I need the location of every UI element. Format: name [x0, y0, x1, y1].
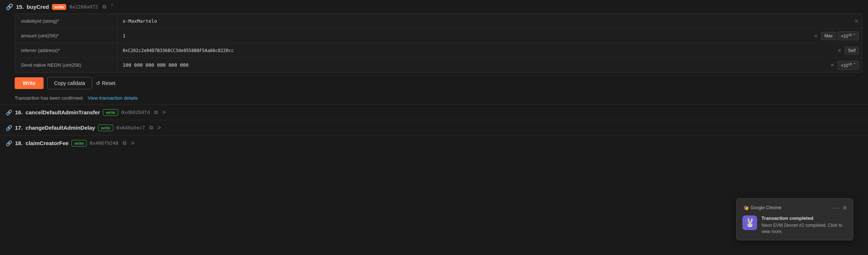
copy-address-15-btn[interactable]: ⧉ — [101, 3, 108, 11]
clear-send-neon-btn[interactable]: ✕ — [827, 61, 838, 70]
chevron-amount-icon: ˅ — [853, 33, 856, 38]
link-icon-17: 🔗 — [6, 125, 12, 131]
badge-write-16: write — [103, 109, 118, 116]
write-button-15[interactable]: Write — [15, 77, 44, 89]
multiplier-neon-dropdown[interactable]: ×1018 ˅ — [838, 61, 859, 70]
section-18-name: claimCreatorFee — [26, 140, 69, 146]
input-wrap-referrer: ✕ Self — [118, 44, 862, 58]
chevron-16-icon: > — [162, 109, 165, 116]
clear-amount-btn[interactable]: ✕ — [811, 32, 821, 40]
input-send-neon[interactable] — [118, 58, 827, 72]
clear-visibility-id-btn[interactable]: ✕ — [852, 17, 862, 26]
form-row-send-neon: Send native NEON (uint256) ✕ ×1018 ˅ — [15, 58, 862, 72]
label-visibility-id: visibilityId (string)* — [15, 14, 118, 28]
section-18-number: 18. — [15, 140, 23, 146]
reset-label: Reset — [102, 80, 116, 86]
multiplier-neon-label: ×1018 — [841, 62, 852, 68]
address-18: 0x406f9248 — [90, 140, 118, 146]
section-15-number: 15. — [16, 4, 24, 10]
section-17-name: changeDefaultAdminDelay — [26, 125, 95, 131]
clear-referrer-btn[interactable]: ✕ — [834, 46, 845, 55]
link-icon-18: 🔗 — [6, 140, 12, 146]
multiplier-amount-label: ×1018 — [841, 33, 852, 39]
badge-write-18: write — [71, 140, 87, 147]
chevron-neon-icon: ˅ — [853, 63, 856, 68]
confirmation-row-15: Transaction has been confirmed. View tra… — [0, 94, 868, 104]
section-17-header[interactable]: 🔗 17. changeDefaultAdminDelay write 0x64… — [0, 120, 868, 135]
section-16-name: cancelDefaultAdminTransfer — [26, 109, 100, 115]
link-icon-15: 🔗 — [6, 3, 13, 10]
section-17-number: 17. — [15, 125, 23, 131]
badge-write-17: write — [98, 125, 113, 131]
input-visibility-id[interactable] — [118, 14, 852, 28]
address-15: 0x2268a972 — [69, 4, 98, 10]
input-wrap-amount: ✕ Max ×1018 ˅ — [118, 29, 862, 43]
copy-calldata-button-15[interactable]: Copy calldata — [47, 77, 92, 89]
reset-button-15[interactable]: ↺ Reset — [96, 80, 116, 86]
copy-address-18-btn[interactable]: ⧉ — [121, 139, 128, 147]
max-amount-btn[interactable]: Max — [821, 32, 836, 40]
label-amount: amount (uint256)* — [15, 29, 118, 43]
chevron-15-icon: ˅ — [111, 3, 113, 10]
self-referrer-btn[interactable]: Self — [845, 47, 859, 55]
form-row-referrer: referrer (address)* ✕ Self — [15, 43, 862, 58]
chevron-17-icon: > — [157, 125, 161, 131]
form-row-visibility-id: visibilityId (string)* ✕ — [15, 14, 862, 29]
section-16-number: 16. — [15, 109, 23, 115]
label-send-neon: Send native NEON (uint256) — [15, 58, 118, 72]
address-17: 0x649a5ec7 — [116, 125, 145, 130]
badge-write-15: write — [52, 4, 67, 10]
label-referrer: referrer (address)* — [15, 43, 118, 58]
section-18-header[interactable]: 🔗 18. claimCreatorFee write 0x406f9248 ⧉… — [0, 135, 868, 151]
input-referrer[interactable] — [118, 44, 834, 58]
input-wrap-send-neon: ✕ ×1018 ˅ — [118, 58, 862, 72]
multiplier-neon-exp: 18 — [848, 62, 852, 66]
copy-address-16-btn[interactable]: ⧉ — [153, 108, 159, 116]
actions-row-15: Write Copy calldata ↺ Reset — [0, 73, 868, 94]
section-15-form: visibilityId (string)* ✕ amount (uint256… — [15, 14, 862, 73]
chevron-18-icon: > — [131, 140, 134, 147]
section-15-name: buyCred — [27, 4, 49, 10]
copy-address-17-btn[interactable]: ⧉ — [148, 124, 154, 132]
reset-icon: ↺ — [96, 80, 100, 86]
view-transaction-link[interactable]: View transaction details — [88, 95, 138, 101]
input-wrap-visibility-id: ✕ — [118, 14, 862, 28]
address-16: 0xd602b9fd — [121, 110, 150, 115]
link-icon-16: 🔗 — [6, 110, 12, 115]
input-amount[interactable] — [118, 29, 811, 43]
form-row-amount: amount (uint256)* ✕ Max ×1018 ˅ — [15, 29, 862, 43]
multiplier-amount-dropdown[interactable]: ×1018 ˅ — [838, 32, 859, 40]
confirmation-text: Transaction has been confirmed. — [15, 95, 84, 101]
section-16-header[interactable]: 🔗 16. cancelDefaultAdminTransfer write 0… — [0, 104, 868, 120]
multiplier-amount-exp: 18 — [848, 33, 852, 37]
main-container: 🔗 15. buyCred write 0x2268a972 ⧉ ˅ visib… — [0, 0, 868, 151]
section-15-header[interactable]: 🔗 15. buyCred write 0x2268a972 ⧉ ˅ — [0, 0, 868, 14]
